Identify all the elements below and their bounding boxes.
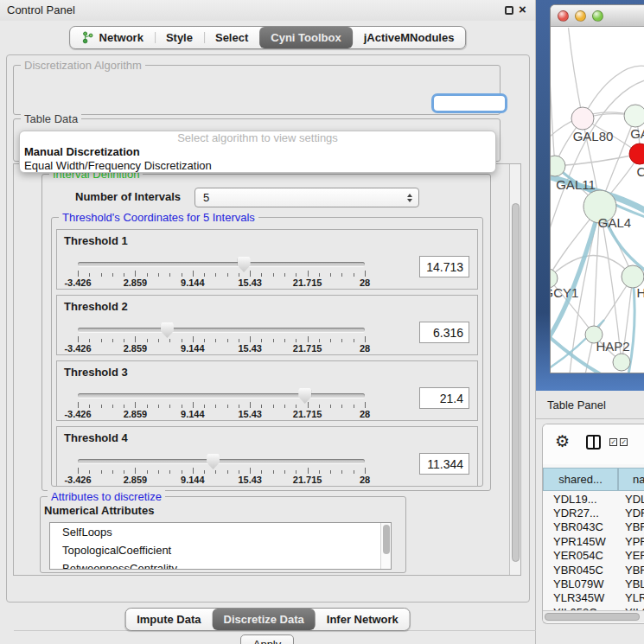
node-label: H (637, 285, 644, 300)
threshold-panel-threshold-3: Threshold 3-3.4262.8599.14415.4321.71528… (56, 360, 478, 421)
table-row[interactable]: YLR345WYLR3 (543, 591, 644, 605)
network-desktop: GAL80GACGAL11GAL4GCY1HHAP2 (536, 0, 644, 391)
numerical-attributes-heading: Numerical Attributes (44, 504, 154, 517)
column-header-name[interactable]: na (618, 468, 644, 491)
cell-shared-name: YDR27... (543, 507, 618, 520)
threshold-slider[interactable]: -3.4262.8599.14415.4321.71528 (78, 258, 365, 289)
discretization-algorithm-group: Discretization Algorithm (13, 65, 501, 115)
table-panel: ⚙ ✓ ✓ shared... na YDL19...YDL1YDR27...Y… (542, 424, 644, 624)
network-node[interactable] (571, 107, 594, 130)
table-row[interactable]: YDL19...YDL1 (543, 492, 644, 506)
network-canvas[interactable]: GAL80GACGAL11GAL4GCY1HHAP2 (551, 28, 644, 373)
horizontal-scrollbar[interactable] (543, 610, 644, 622)
network-edge[interactable] (551, 255, 633, 278)
threshold-panel-threshold-1: Threshold 1-3.4262.8599.14415.4321.71528… (56, 229, 478, 290)
close-icon[interactable]: × (519, 2, 526, 16)
slider-ticks (78, 270, 365, 277)
tab-select[interactable]: Select (204, 27, 259, 48)
apply-button[interactable]: Apply (240, 634, 294, 644)
dropdown-option-equal-width[interactable]: Equal Width/Frequency Discretization (20, 159, 495, 173)
group-title: Table Data (21, 112, 81, 125)
column-header-shared-name[interactable]: shared... (543, 468, 618, 491)
threshold-slider[interactable]: -3.4262.8599.14415.4321.71528 (78, 389, 365, 420)
tab-impute-data[interactable]: Impute Data (125, 609, 212, 630)
gear-icon[interactable]: ⚙ (555, 433, 570, 450)
tab-network[interactable]: Network (70, 27, 155, 48)
panel-title: Control Panel (7, 3, 75, 16)
node-label: GCY1 (551, 285, 578, 300)
close-traffic-light-icon[interactable] (558, 10, 569, 22)
table-row[interactable]: YER054CYER0 (543, 549, 644, 563)
interval-definition-group: Interval Definition Number of Intervals … (41, 174, 491, 491)
network-node[interactable] (629, 143, 644, 164)
attribute-item[interactable]: BetweennessCentrality (50, 559, 391, 570)
node-label: GAL80 (573, 129, 614, 143)
cell-name: YBR0 (618, 520, 644, 533)
cell-name: YDR2 (618, 507, 644, 520)
tab-infer-network[interactable]: Infer Network (316, 609, 410, 630)
num-intervals-combobox[interactable]: 5 (194, 188, 419, 207)
node-label: GAL11 (556, 177, 596, 192)
threshold-slider[interactable]: -3.4262.8599.14415.4321.71528 (78, 323, 365, 354)
table-body: YDL19...YDL1YDR27...YDR2YBR043CYBR0YPR14… (543, 492, 644, 620)
cell-name: YBL0 (618, 577, 644, 590)
attributes-list[interactable]: SelfLoopsTopologicalCoefficientBetweenne… (49, 522, 392, 570)
cell-name: YDL1 (618, 493, 644, 506)
network-edge-highlighted[interactable] (551, 207, 600, 346)
cell-shared-name: YPR145W (543, 535, 618, 548)
node-label: HAP2 (596, 339, 629, 354)
attribute-item[interactable]: TopologicalCoefficient (50, 541, 391, 559)
table-row[interactable]: YPR145WYPR1 (543, 534, 644, 548)
algorithm-combobox[interactable] (431, 93, 507, 113)
vertical-scrollbar[interactable] (509, 164, 520, 575)
network-node[interactable] (624, 105, 644, 127)
node-label: GA (630, 126, 644, 141)
network-node[interactable] (613, 354, 630, 371)
network-window-titlebar[interactable] (551, 5, 644, 27)
attribute-item[interactable]: SelfLoops (50, 523, 391, 541)
top-tab-group: NetworkStyleSelectCyni ToolboxjActiveMNo… (69, 26, 467, 49)
table-row[interactable]: YDR27...YDR2 (543, 506, 644, 520)
table-row[interactable]: YBR043CYBR0 (543, 520, 644, 534)
threshold-value-field[interactable]: 21.4 (419, 387, 469, 409)
control-panel-titlebar: Control Panel × (0, 0, 535, 21)
tab-style[interactable]: Style (155, 27, 204, 48)
slider-tick-labels: -3.4262.8599.14415.4321.71528 (78, 475, 365, 486)
column-layout-icon[interactable] (586, 435, 601, 450)
tab-cyni-toolbox[interactable]: Cyni Toolbox (259, 27, 352, 48)
zoom-traffic-light-icon[interactable] (592, 10, 603, 22)
network-edge[interactable] (568, 28, 583, 118)
network-edge[interactable] (555, 154, 640, 166)
table-row[interactable]: YBL079WYBL0 (543, 577, 644, 590)
scrollbar-thumb[interactable] (512, 203, 520, 562)
minimize-traffic-light-icon[interactable] (575, 10, 586, 22)
threshold-value-field[interactable]: 14.713 (419, 256, 469, 277)
slider-track (78, 393, 365, 398)
bottom-tab-bar: Impute DataDiscretize DataInfer Network (124, 608, 411, 631)
tab-discretize-data[interactable]: Discretize Data (213, 609, 316, 630)
tab-label: Infer Network (327, 613, 399, 626)
cell-shared-name: YER054C (543, 549, 618, 562)
threshold-panel-threshold-4: Threshold 4-3.4262.8599.14415.4321.71528… (56, 426, 478, 487)
threshold-slider[interactable]: -3.4262.8599.14415.4321.71528 (78, 455, 365, 486)
list-scrollbar[interactable] (380, 523, 391, 569)
tab-label: Cyni Toolbox (271, 31, 341, 44)
cell-shared-name: YBL079W (543, 577, 618, 590)
float-window-icon[interactable] (505, 6, 513, 15)
scrollbar-thumb[interactable] (545, 613, 640, 621)
control-panel: Control Panel × NetworkStyleSelectCyni T… (0, 0, 536, 644)
algorithm-dropdown-popup: Select algorithm to view settings Manual… (19, 131, 496, 173)
network-window[interactable]: GAL80GACGAL11GAL4GCY1HHAP2 (550, 4, 644, 373)
checkbox-icon[interactable]: ✓ (609, 438, 617, 446)
group-title: Discretization Algorithm (21, 59, 145, 72)
threshold-value-field[interactable]: 6.316 (419, 322, 469, 343)
right-side: GAL80GACGAL11GAL4GCY1HHAP2 Table Panel ⚙… (536, 0, 644, 644)
table-row[interactable]: YBR045CYBR0 (543, 563, 644, 577)
network-edge[interactable] (551, 62, 555, 166)
node-label: GAL4 (598, 215, 631, 230)
threshold-value-field[interactable]: 11.344 (419, 453, 469, 475)
dropdown-option-manual[interactable]: Manual Discretization (20, 145, 495, 159)
cell-name: YPR1 (618, 535, 644, 548)
checkbox-icon[interactable]: ✓ (620, 438, 628, 446)
tab-jactivemnodules[interactable]: jActiveMNodules (353, 27, 466, 48)
